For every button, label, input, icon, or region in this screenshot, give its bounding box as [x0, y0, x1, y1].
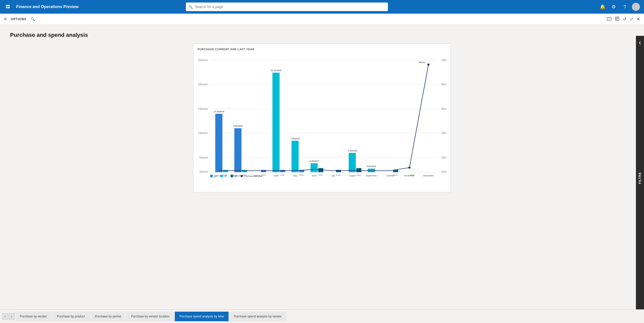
svg-rect-2: [6, 7, 8, 8]
bar-july-lastyear: [336, 170, 341, 172]
settings-icon[interactable]: ⚙: [610, 3, 618, 11]
svg-text:Q3: Q3: [234, 175, 237, 177]
svg-text:4,3tusind: 4,3tusind: [348, 149, 357, 152]
svg-text:20tusind: 20tusind: [198, 83, 208, 86]
filter-panel[interactable]: ❮ FILTRE: [636, 36, 644, 309]
svg-text:1mio.: 1mio.: [299, 174, 304, 176]
filter-label: FILTRE: [638, 172, 642, 184]
options-bar: ≡ OPTIONS 🔍 ↺ ⤢ ✕: [0, 14, 644, 25]
options-right-actions: ↺ ⤢ ✕: [607, 16, 640, 22]
svg-text:7,0tusind: 7,0tusind: [290, 137, 300, 140]
options-label: OPTIONS: [11, 17, 27, 21]
bar-june-q2: [311, 163, 318, 172]
word-icon[interactable]: [615, 16, 620, 22]
nav-right-icons: 🔔 ⚙ ?: [599, 3, 640, 11]
tab-purchase-spend-analysis-by-vendor[interactable]: Purchase spend analysis by vendor: [229, 312, 286, 321]
svg-text:Q2: Q2: [224, 175, 227, 177]
legend-lastyear-dot: [241, 175, 243, 177]
grid-menu-icon[interactable]: [4, 3, 12, 11]
legend-q1-rect: [210, 175, 213, 177]
popout-icon[interactable]: ⤢: [630, 17, 633, 21]
tab-purchase-by-vendor[interactable]: Purchase by vendor: [15, 312, 52, 321]
svg-text:10tusind: 10tusind: [198, 132, 208, 134]
svg-text:1mio.: 1mio.: [336, 174, 341, 176]
svg-text:December: December: [423, 174, 434, 177]
svg-text:20mio.: 20mio.: [441, 156, 447, 159]
svg-text:Q1: Q1: [214, 175, 217, 177]
line-point-december: [428, 64, 430, 66]
legend-q3-rect: [231, 175, 233, 177]
svg-text:25tusind: 25tusind: [198, 59, 208, 62]
chart-title: PURCHASE CURRENT AND LAST YEAR: [197, 48, 447, 51]
bottom-tabs: ‹ › Purchase by vendor Purchase by produ…: [0, 309, 644, 323]
search-input[interactable]: [186, 3, 388, 11]
bar-march-lastyear: [261, 170, 266, 172]
chart-area: 25tusind 20tusind 15tusind 10tusind 5tus…: [197, 54, 447, 180]
svg-text:0mio.: 0mio.: [441, 170, 447, 173]
bar-may-q2: [291, 141, 299, 172]
svg-text:April: April: [274, 174, 278, 177]
bar-april-q2: [273, 73, 280, 172]
svg-rect-1: [8, 5, 10, 6]
hamburger-icon[interactable]: ≡: [4, 16, 7, 22]
bar-january-lastyear: [223, 170, 228, 172]
notification-icon[interactable]: 🔔: [599, 3, 607, 11]
svg-text:22,2tusind: 22,2tusind: [271, 69, 281, 72]
global-search[interactable]: 🔍: [186, 3, 388, 11]
app-title: Finance and Operations Preview: [16, 5, 79, 9]
svg-rect-3: [8, 7, 10, 8]
purchase-last-year-line: [219, 65, 429, 171]
svg-text:96mio.: 96mio.: [419, 61, 426, 64]
tab-purchase-spend-analysis-by-time[interactable]: Purchase spend analysis by time: [175, 312, 229, 321]
svg-text:0,8tusind: 0,8tusind: [367, 165, 376, 168]
chart-container: PURCHASE CURRENT AND LAST YEAR 25tusind …: [193, 43, 451, 192]
user-avatar[interactable]: [632, 3, 640, 11]
svg-text:100mio.: 100mio.: [441, 59, 447, 62]
svg-text:September: September: [366, 174, 377, 177]
svg-text:0tusind: 0tusind: [200, 170, 208, 173]
main-content: Purchase and spend analysis PURCHASE CUR…: [0, 25, 644, 309]
close-icon[interactable]: ✕: [637, 17, 640, 21]
svg-text:60mio.: 60mio.: [441, 107, 447, 110]
svg-text:15tusind: 15tusind: [198, 107, 208, 110]
bar-august-q3: [349, 153, 356, 172]
svg-text:1mio.: 1mio.: [280, 174, 285, 176]
bar-january-q1: [215, 114, 222, 172]
tab-purchase-by-period[interactable]: Purchase by period: [90, 312, 126, 321]
refresh-icon[interactable]: ↺: [623, 17, 626, 21]
svg-text:40mio.: 40mio.: [441, 132, 447, 134]
svg-text:August: August: [349, 174, 356, 177]
svg-text:13,0tusind: 13,0tusind: [214, 110, 224, 113]
tab-prev-button[interactable]: ‹: [2, 313, 8, 320]
svg-rect-0: [6, 5, 8, 6]
bar-february-q1: [234, 128, 241, 172]
tab-purchase-by-product[interactable]: Purchase by product: [52, 312, 90, 321]
svg-text:80mio.: 80mio.: [441, 83, 447, 86]
svg-text:October: October: [386, 174, 394, 177]
search-icon: 🔍: [188, 5, 193, 9]
top-navigation: Finance and Operations Preview 🔍 🔔 ⚙ ?: [0, 0, 644, 14]
svg-text:9,8tusind: 9,8tusind: [233, 125, 243, 127]
tab-purchase-by-vendor-location[interactable]: Purchase by vendor location: [126, 312, 174, 321]
svg-text:November: November: [404, 174, 415, 177]
help-icon[interactable]: ?: [621, 3, 629, 11]
diagnostics-icon[interactable]: [607, 16, 611, 22]
bar-february-lastyear: [242, 170, 247, 172]
options-search-icon[interactable]: 🔍: [31, 17, 35, 21]
line-point-november: [408, 167, 410, 169]
page-title: Purchase and spend analysis: [10, 32, 634, 38]
chart-svg: 25tusind 20tusind 15tusind 10tusind 5tus…: [197, 54, 447, 180]
svg-text:1mio.: 1mio.: [318, 174, 323, 176]
svg-text:5tusind: 5tusind: [200, 156, 208, 159]
filter-arrow-icon: ❮: [639, 41, 641, 44]
svg-text:2,0tusind: 2,0tusind: [309, 160, 319, 162]
svg-text:Purchase last year: Purchase last year: [244, 175, 263, 177]
svg-text:May: May: [293, 174, 298, 177]
bar-august-lastyear: [356, 168, 361, 172]
bar-april-lastyear: [280, 170, 285, 172]
svg-rect-4: [607, 18, 611, 20]
legend-q2-rect: [220, 175, 223, 177]
svg-text:1mio.: 1mio.: [356, 174, 361, 176]
tab-next-button[interactable]: ›: [9, 313, 15, 320]
svg-text:July: July: [331, 174, 335, 177]
